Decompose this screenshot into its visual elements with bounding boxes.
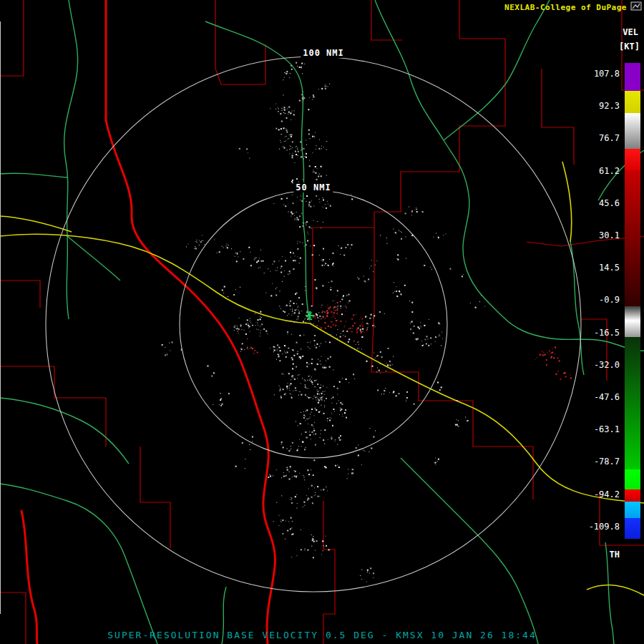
colorbar-tick-label: 30.1 [582, 230, 620, 240]
colorbar-segment [625, 63, 640, 91]
inner-ring-label: 50 NMI [293, 182, 333, 192]
radar-display: 100 NMI 50 NMI NEXLAB-College of DuPage … [0, 0, 644, 644]
colorbar-tick-label: 92.3 [582, 101, 620, 111]
colorbar-tick-label: 14.5 [582, 263, 620, 273]
colorbar-unit-sub: [KT] [619, 42, 640, 52]
colorbar-segment [625, 149, 640, 170]
colorbar-tick-label: -109.8 [582, 522, 620, 532]
map-edge-line [0, 21, 1, 614]
colorbar-segment [625, 489, 640, 502]
colorbar-tick-label: 76.7 [582, 133, 620, 143]
colorbar-segment [625, 306, 640, 321]
colorbar-tick-label: 45.6 [582, 198, 620, 208]
rivers [0, 0, 644, 644]
colorbar-segment [625, 337, 640, 469]
interstate-roads [21, 0, 275, 644]
radar-map [0, 0, 644, 644]
colorbar-segment [625, 469, 640, 489]
velocity-colorbar [625, 63, 640, 539]
colorbar-threshold-label: TH [582, 550, 620, 560]
colorbar-segment [625, 518, 640, 539]
colorbar-segment [625, 321, 640, 337]
highways [0, 162, 644, 595]
colorbar-tick-label: -47.6 [582, 392, 620, 402]
county-boundaries [0, 0, 644, 644]
colorbar-tick-label: -16.5 [582, 328, 620, 338]
colorbar-segment [625, 113, 640, 149]
colorbar-tick-label: -94.2 [582, 489, 620, 499]
colorbar-tick-label: -78.7 [582, 457, 620, 467]
colorbar-segment [625, 502, 640, 518]
colorbar-tick-label: -63.1 [582, 424, 620, 434]
colorbar-tick-label: 61.2 [582, 166, 620, 176]
product-caption: SUPER-RESOLUTION BASE VELOCITY 0.5 DEG -… [0, 630, 644, 640]
colorbar-segment [625, 170, 640, 306]
colorbar-unit-label: VEL [623, 27, 638, 37]
colorbar-segment [625, 91, 640, 113]
colorbar-tick-label: 107.8 [582, 69, 620, 79]
colorbar-tick-label: -0.9 [582, 295, 620, 305]
outer-ring-label: 100 NMI [301, 48, 346, 58]
radar-echoes [162, 62, 572, 582]
cod-logo-icon [630, 1, 642, 11]
colorbar-tick-label: -32.0 [582, 360, 620, 370]
brand-text: NEXLAB-College of DuPage [504, 3, 627, 12]
